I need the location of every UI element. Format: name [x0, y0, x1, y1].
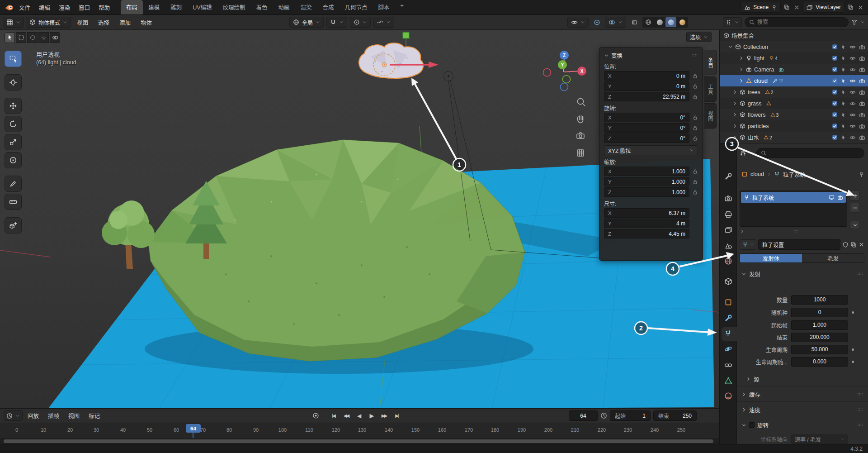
visibility-dropdown[interactable]: [567, 17, 589, 28]
menu-markers[interactable]: 标记: [85, 410, 104, 422]
prev-keyframe-button[interactable]: ◀◀: [340, 410, 352, 421]
selectable-icon[interactable]: [841, 135, 846, 140]
select-mode-intersect[interactable]: [50, 32, 60, 43]
light-object[interactable]: [444, 72, 453, 81]
gizmo-neg-x-axis[interactable]: [543, 69, 551, 76]
tab-texture-paint[interactable]: 纹理绘制: [217, 0, 251, 14]
number-field[interactable]: 1000: [791, 295, 848, 305]
navigation-gizmo[interactable]: Z Y X: [543, 51, 587, 91]
orientation-axis-dropdown[interactable]: 速率 / 毛发: [791, 434, 848, 444]
scale-z-field[interactable]: Z1.000: [604, 187, 689, 197]
hide-eye-icon[interactable]: [849, 78, 856, 84]
tab-rendering[interactable]: 渲染: [295, 0, 317, 14]
menu-object[interactable]: 物体: [137, 16, 156, 29]
show-gizmo-toggle[interactable]: [591, 17, 603, 28]
chevron-down-icon[interactable]: [728, 44, 733, 49]
location-y-field[interactable]: Y0 m: [604, 81, 689, 91]
cloud-object[interactable]: [359, 32, 439, 78]
proportional-edit-dropdown[interactable]: [350, 17, 371, 28]
hide-eye-icon[interactable]: [849, 134, 856, 141]
tab-scripting[interactable]: 脚本: [373, 0, 395, 14]
panel-grip-icon[interactable]: [857, 391, 863, 397]
lifetime-field[interactable]: 50.000: [791, 345, 848, 354]
pin-icon[interactable]: [859, 172, 864, 177]
exclude-checkbox[interactable]: [832, 134, 838, 140]
tool-add-cube[interactable]: [5, 217, 22, 234]
duplicate-icon[interactable]: [850, 242, 857, 248]
properties-tab-modifiers[interactable]: [724, 314, 732, 322]
rotation-mode-dropdown[interactable]: XYZ 欧拉: [604, 145, 698, 155]
properties-tab-collection[interactable]: [724, 277, 732, 286]
particle-settings-name-field[interactable]: 粒子设置: [758, 239, 840, 250]
tool-select-box[interactable]: [5, 51, 22, 67]
lock-icon[interactable]: [692, 135, 698, 141]
cache-panel-header[interactable]: 缓存: [737, 389, 868, 400]
add-particle-system-button[interactable]: [850, 191, 860, 200]
menu-view[interactable]: 视图: [73, 16, 92, 29]
render-camera-icon[interactable]: [859, 100, 865, 107]
fake-user-shield-icon[interactable]: [842, 242, 849, 248]
outliner-row-collection[interactable]: Collection: [720, 41, 868, 52]
scene-selector[interactable]: Scene: [740, 2, 781, 13]
viewport-display-icon[interactable]: [829, 195, 835, 200]
particle-system-list[interactable]: 粒子系统: [740, 191, 847, 227]
properties-tab-object[interactable]: [724, 298, 732, 306]
lock-icon[interactable]: [692, 114, 698, 120]
outliner-editor-selector[interactable]: [723, 17, 742, 27]
render-camera-icon[interactable]: [859, 89, 865, 95]
menu-playback[interactable]: 回放: [24, 410, 43, 422]
tab-layout[interactable]: 布局: [121, 0, 143, 14]
menu-file[interactable]: 文件: [15, 1, 34, 14]
render-camera-icon[interactable]: [859, 123, 865, 129]
ortho-grid-button[interactable]: [577, 150, 584, 156]
render-camera-icon[interactable]: [859, 112, 865, 118]
menu-keying[interactable]: 插帧: [44, 410, 63, 422]
lock-icon[interactable]: [692, 168, 698, 174]
chevron-down-icon[interactable]: [860, 20, 865, 24]
exclude-checkbox[interactable]: [832, 112, 838, 118]
properties-tab-constraints[interactable]: [724, 361, 732, 369]
lock-icon[interactable]: [692, 125, 698, 131]
zoom-button[interactable]: [578, 99, 585, 106]
animate-dot[interactable]: [852, 348, 854, 351]
properties-tab-viewlayer[interactable]: [724, 226, 732, 234]
velocity-panel-header[interactable]: 速度: [737, 404, 868, 415]
frame-end-field[interactable]: 200.000: [791, 333, 848, 342]
menu-help[interactable]: 帮助: [94, 1, 114, 14]
selectable-icon[interactable]: [841, 78, 846, 84]
render-camera-icon[interactable]: [859, 55, 865, 62]
properties-editor-icon[interactable]: [740, 150, 746, 157]
scale-x-field[interactable]: X1.000: [604, 167, 689, 176]
location-z-field[interactable]: Z22.952 m: [604, 92, 689, 101]
chevron-right-icon[interactable]: [739, 67, 744, 72]
editor-divider[interactable]: [719, 15, 720, 444]
chevron-down-icon[interactable]: [604, 53, 609, 58]
chevron-right-icon[interactable]: [732, 101, 737, 106]
rotation-panel-header[interactable]: 旋转: [737, 420, 868, 430]
dimension-z-field[interactable]: Z4.45 m: [604, 229, 689, 238]
outliner-row-scene-collection[interactable]: 场景集合: [720, 30, 868, 41]
hide-eye-icon[interactable]: [849, 55, 856, 62]
timeline-editor-selector[interactable]: [4, 410, 23, 421]
jump-to-start-button[interactable]: |◀: [328, 410, 339, 421]
emission-panel-header[interactable]: 发射: [737, 268, 868, 279]
tab-modeling[interactable]: 建模: [143, 0, 165, 14]
transform-orientation-dropdown[interactable]: 全局: [289, 17, 324, 28]
selectable-icon[interactable]: [841, 67, 846, 72]
menu-select[interactable]: 选择: [94, 16, 113, 29]
playhead[interactable]: 64: [186, 424, 201, 433]
tab-compositing[interactable]: 合成: [317, 0, 340, 14]
select-mode-circle[interactable]: [27, 32, 38, 43]
selectable-icon[interactable]: [841, 101, 846, 106]
tab-uv-editing[interactable]: UV编辑: [187, 0, 217, 14]
animate-dot[interactable]: [852, 311, 854, 314]
hide-eye-icon[interactable]: [849, 44, 856, 50]
rotation-x-field[interactable]: X0°: [604, 113, 689, 122]
options-button[interactable]: 选项: [686, 32, 712, 42]
lock-icon[interactable]: [692, 94, 698, 100]
properties-tab-material[interactable]: [724, 392, 732, 400]
tool-transform[interactable]: [5, 152, 22, 168]
chevron-right-icon[interactable]: [732, 112, 737, 117]
properties-tab-particles[interactable]: [724, 329, 732, 338]
shading-wireframe-button[interactable]: [643, 17, 654, 27]
